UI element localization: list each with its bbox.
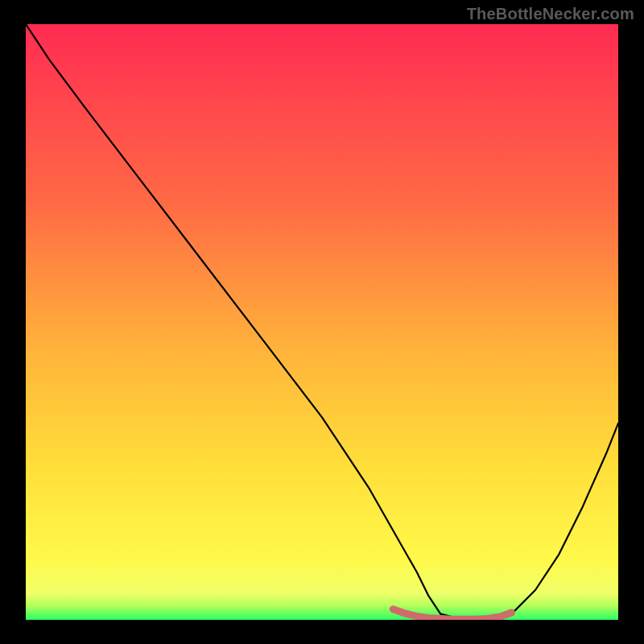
plot-svg [26, 24, 618, 620]
gradient-background [26, 24, 618, 620]
watermark-text: TheBottleNecker.com [467, 5, 634, 23]
chart-container: TheBottleNecker.com [0, 0, 644, 644]
plot-frame [26, 24, 618, 620]
